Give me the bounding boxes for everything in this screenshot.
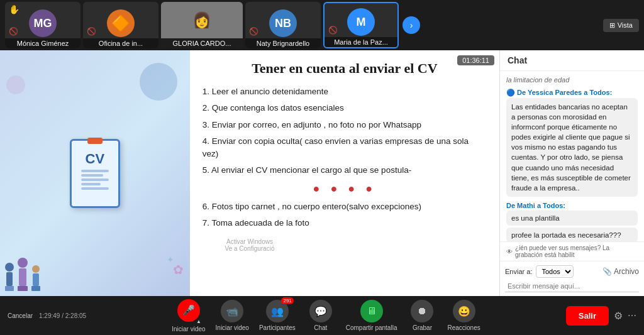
chat-message-yessica: 🔵 De Yessica Paredes a Todos: Las entida… <box>506 89 638 197</box>
chat-header: Chat <box>500 50 644 71</box>
participant-count: 291 <box>281 297 293 304</box>
time-display: 1:29:49 / 2:28:05 <box>39 312 86 319</box>
chat-footer: Enviar a: Todos 📎 Archivo <box>500 261 644 296</box>
chat-system-message: la limitacion de edad <box>506 76 638 84</box>
mic-muted-icon: 🚫 <box>87 27 96 36</box>
participant-name: Maria de la Paz... <box>325 37 397 47</box>
timer-badge: 01:36:11 <box>457 55 494 65</box>
chevron-right-icon: › <box>410 20 413 30</box>
video-button[interactable]: 📹 Iniciar video <box>216 300 249 331</box>
scroll-participants-btn[interactable]: › <box>402 16 420 34</box>
chat-bubble-mathi-1: es una plantilla <box>506 211 638 226</box>
share-icon: 🖥 <box>360 300 383 322</box>
sender-icon: 🔵 <box>506 89 517 96</box>
slide-title: Tener en cuenta al enviar el CV <box>203 60 487 77</box>
participant-name: Oficina de in... <box>83 38 158 48</box>
flower-decoration: ✿ <box>173 262 184 277</box>
participants-label: Participantes <box>259 324 296 331</box>
dots-divider: ● ● ● ● <box>203 182 487 195</box>
chat-input[interactable] <box>505 280 639 292</box>
presentation-slide: CV <box>0 50 499 296</box>
participant-tile-maria[interactable]: M 🚫 Maria de la Paz... <box>323 2 399 48</box>
participant-name: Mónica Giménez <box>5 38 80 48</box>
bottom-center: 🎤 ▲ Iniciar video 📹 Iniciar video 👥 291 … <box>172 299 480 332</box>
video-placeholder: 👩 <box>161 2 243 38</box>
send-to-label: Enviar a: <box>505 268 532 275</box>
chat-message-mathi: De Mathi a Todos: es una plantilla profe… <box>506 202 638 241</box>
info-icon: 👁 <box>506 248 513 255</box>
cv-clip <box>87 138 103 144</box>
slide-item-6: 6. Fotos tipo carnet , no cuerpo entero(… <box>203 200 487 213</box>
video-icon: 📹 <box>221 300 243 322</box>
record-button[interactable]: ⏺ Grabar <box>407 300 437 331</box>
reactions-label: Reacciones <box>447 324 480 331</box>
record-label: Grabar <box>413 324 432 331</box>
avatar: M <box>347 8 375 36</box>
participant-tile-monica[interactable]: ✋ MG 🚫 Mónica Giménez <box>5 2 80 48</box>
participants-button[interactable]: 👥 291 Participantes <box>259 300 296 331</box>
settings-icon[interactable]: ⚙ <box>614 310 623 322</box>
chat-bubble-mathi-2: profee la portada es necesaria??? <box>506 228 638 241</box>
chat-button[interactable]: 💬 Chat <box>306 300 336 331</box>
share-label: Compartir pantalla <box>346 324 397 331</box>
cancel-button[interactable]: Cancelar <box>8 312 33 319</box>
video-label: Iniciar video <box>216 324 249 331</box>
mic-button[interactable]: 🎤 ▲ Iniciar video <box>172 299 205 332</box>
chat-panel: Chat la limitacion de edad 🔵 De Yessica … <box>499 50 644 296</box>
slide-item-4: 4. Enviar con copia oculta( caso envíen … <box>203 135 487 161</box>
participant-name: Naty Brignardello <box>245 38 321 48</box>
chat-label: Chat <box>314 324 327 331</box>
archivo-button[interactable]: 📎 Archivo <box>602 267 639 276</box>
record-icon: ⏺ <box>411 300 433 322</box>
slide-item-3: 3. Enviar por correo, en adjunto , no fo… <box>203 119 487 131</box>
grid-icon: ⊞ <box>609 21 615 30</box>
chat-sender-yessica: 🔵 De Yessica Paredes a Todos: <box>506 89 638 97</box>
slide-list: 1. Leer el anuncio detenidamente 2. Que … <box>203 85 487 177</box>
chat-to-row: Enviar a: Todos 📎 Archivo <box>505 265 639 278</box>
slide-item-1: 1. Leer el anuncio detenidamente <box>203 85 487 98</box>
share-screen-button[interactable]: 🖥 Compartir pantalla <box>346 300 397 331</box>
mic-label: Iniciar video <box>172 326 205 332</box>
send-to-select[interactable]: Todos <box>536 265 574 278</box>
view-button[interactable]: ⊞ Vista <box>603 19 639 32</box>
main-content: CV <box>0 50 644 296</box>
bottom-right: Salir ⚙ ⋯ <box>566 306 636 326</box>
participant-tile-oficina[interactable]: 🔶 🚫 Oficina de in... <box>83 2 158 48</box>
chat-bubble-yessica: Las entidades bancarias no aceptan a per… <box>506 98 638 197</box>
participant-name: GLORIA CARDO... <box>161 38 243 48</box>
bottom-left: Cancelar 1:29:49 / 2:28:05 <box>8 312 86 319</box>
mic-muted-icon: 🚫 <box>328 26 338 35</box>
participant-tile-naty[interactable]: NB 🚫 Naty Brignardello <box>245 2 321 48</box>
avatar: 🔶 <box>107 9 135 37</box>
hand-icon: ✋ <box>9 4 19 14</box>
avatar: MG <box>29 9 57 37</box>
chat-title: Chat <box>508 55 527 65</box>
avatar: NB <box>269 9 297 37</box>
cv-board: CV <box>70 139 120 208</box>
slide-content: 01:36:11 Tener en cuenta al enviar el CV… <box>190 50 499 296</box>
more-options-icon[interactable]: ⋯ <box>628 310 636 321</box>
mic-muted-icon: 🚫 <box>249 27 258 36</box>
end-meeting-button[interactable]: Salir <box>566 306 609 326</box>
slide-item-7: 7. Toma adecuada de la foto <box>203 217 487 229</box>
person-figure <box>18 258 28 291</box>
mic-muted-icon: 🚫 <box>9 27 18 36</box>
chat-sender-mathi: De Mathi a Todos: <box>506 202 638 209</box>
reactions-button[interactable]: 😀 Reacciones <box>447 300 480 331</box>
paperclip-icon: 📎 <box>602 267 612 276</box>
slide-item-5: 5. Al enviar el CV mencionar el cargo al… <box>203 164 487 177</box>
person-figure <box>5 263 14 291</box>
participant-tile-gloria[interactable]: 👩 GLORIA CARDO... <box>161 2 243 48</box>
bottom-bar: Cancelar 1:29:49 / 2:28:05 🎤 ▲ Iniciar v… <box>0 296 644 335</box>
video-area: CV <box>0 50 499 296</box>
slide-item-2: 2. Que contenga los datos esenciales <box>203 102 487 114</box>
chat-messages[interactable]: la limitacion de edad 🔵 De Yessica Pared… <box>500 71 644 241</box>
chat-icon: 💬 <box>309 300 332 322</box>
chat-input-row <box>505 280 639 292</box>
cv-illustration: CV <box>0 50 190 296</box>
chat-privacy-note: 👁 ¿ién puede ver sus mensajes? La grabac… <box>500 241 644 261</box>
participant-bar: ✋ MG 🚫 Mónica Giménez 🔶 🚫 Oficina de in.… <box>0 0 644 50</box>
slide-list-2: 6. Fotos tipo carnet , no cuerpo entero(… <box>203 200 487 230</box>
person-figure <box>31 265 40 291</box>
reactions-icon: 😀 <box>453 300 475 322</box>
